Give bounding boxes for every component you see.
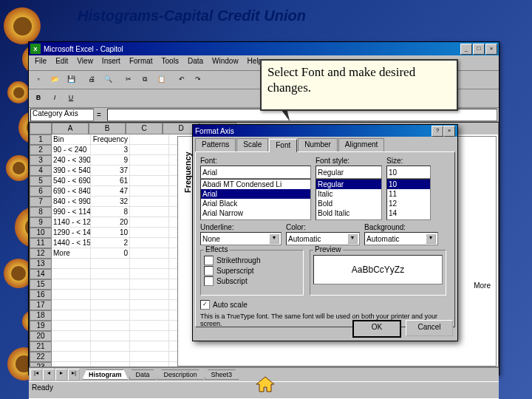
row-header[interactable]: 18 xyxy=(30,310,52,321)
menu-view[interactable]: View xyxy=(72,56,98,69)
row-header[interactable]: 22 xyxy=(30,352,52,362)
cancel-button[interactable]: Cancel xyxy=(406,320,453,336)
cell[interactable] xyxy=(130,259,169,269)
list-item[interactable]: 11 xyxy=(387,189,430,199)
cell[interactable]: 3 xyxy=(91,145,130,155)
font-input[interactable]: Arial xyxy=(200,166,311,179)
cell[interactable] xyxy=(130,248,169,259)
tab-patterns[interactable]: Patterns xyxy=(195,138,236,151)
col-A[interactable]: A xyxy=(52,123,89,134)
superscript-checkbox[interactable] xyxy=(204,266,214,276)
cell[interactable] xyxy=(91,300,130,310)
row-header[interactable]: 14 xyxy=(30,269,52,279)
print-icon[interactable]: 🖨 xyxy=(84,72,99,87)
style-input[interactable]: Regular xyxy=(316,166,382,179)
cell[interactable] xyxy=(91,321,130,331)
row-header[interactable]: 11 xyxy=(30,238,52,248)
cell[interactable] xyxy=(91,279,130,290)
color-combo[interactable]: Automatic▼ xyxy=(286,232,360,245)
maximize-button[interactable]: □ xyxy=(473,44,485,55)
size-input[interactable]: 10 xyxy=(386,166,431,179)
row-header[interactable]: 10 xyxy=(30,228,52,238)
subscript-checkbox[interactable] xyxy=(204,276,214,286)
cell[interactable] xyxy=(130,321,169,331)
tab-number[interactable]: Number xyxy=(298,138,338,151)
row-header[interactable]: 9 xyxy=(30,217,52,228)
underline-combo[interactable]: None▼ xyxy=(200,232,282,245)
row-header[interactable]: 23 xyxy=(30,362,52,367)
cell[interactable]: More xyxy=(52,248,91,259)
row-header[interactable]: 4 xyxy=(30,166,52,176)
strikethrough-checkbox[interactable] xyxy=(204,256,214,265)
row-header[interactable]: 13 xyxy=(30,259,52,269)
cell[interactable]: 20 xyxy=(91,217,130,228)
cell[interactable] xyxy=(130,197,169,207)
background-combo[interactable]: Automatic▼ xyxy=(364,232,438,245)
row-header[interactable]: 19 xyxy=(30,321,52,331)
cell[interactable] xyxy=(52,331,91,341)
cell[interactable] xyxy=(52,290,91,300)
name-box[interactable]: Category Axis xyxy=(30,109,94,121)
cell[interactable] xyxy=(130,362,169,367)
cut-icon[interactable]: ✂ xyxy=(121,72,136,87)
cell[interactable] xyxy=(52,362,91,367)
row-header[interactable]: 6 xyxy=(30,186,52,197)
list-item[interactable]: 14 xyxy=(387,208,430,218)
cell[interactable] xyxy=(130,228,169,238)
font-listbox[interactable]: Abadi MT Condensed Li Arial Arial Black … xyxy=(200,179,311,220)
cell[interactable] xyxy=(130,290,169,300)
select-all-corner[interactable] xyxy=(30,123,52,134)
list-item[interactable]: Bold Italic xyxy=(316,208,381,218)
cell[interactable] xyxy=(91,259,130,269)
cell[interactable] xyxy=(91,362,130,367)
cell[interactable] xyxy=(52,310,91,321)
row-header[interactable]: 17 xyxy=(30,300,52,310)
cell[interactable]: 840 - < 990 xyxy=(52,197,91,207)
row-header[interactable]: 5 xyxy=(30,176,52,186)
menu-file[interactable]: File xyxy=(30,56,51,69)
cell[interactable] xyxy=(130,186,169,197)
list-item[interactable]: Italic xyxy=(316,189,381,199)
new-icon[interactable]: ▫ xyxy=(31,72,46,87)
open-icon[interactable]: 📂 xyxy=(47,72,62,87)
cell[interactable] xyxy=(130,207,169,217)
cell[interactable]: Bin xyxy=(52,134,91,145)
cell[interactable] xyxy=(130,269,169,279)
cell[interactable]: 9 xyxy=(91,155,130,166)
row-header[interactable]: 21 xyxy=(30,341,52,352)
cell[interactable] xyxy=(91,331,130,341)
row-header[interactable]: 1 xyxy=(30,134,52,145)
row-header[interactable]: 20 xyxy=(30,331,52,341)
cell[interactable] xyxy=(52,259,91,269)
save-icon[interactable]: 💾 xyxy=(64,72,78,87)
cell[interactable] xyxy=(130,300,169,310)
cell[interactable] xyxy=(130,238,169,248)
cell[interactable]: 32 xyxy=(91,197,130,207)
cell[interactable]: 90 - < 240 xyxy=(52,145,91,155)
cell[interactable] xyxy=(52,300,91,310)
list-item[interactable]: Arial Black xyxy=(201,199,310,208)
cell[interactable]: 1290 - < 1440 xyxy=(52,228,91,238)
tab-last-icon[interactable]: ▸| xyxy=(68,369,80,381)
cell[interactable] xyxy=(130,217,169,228)
tab-font[interactable]: Font xyxy=(269,139,297,152)
size-listbox[interactable]: 10 11 12 14 xyxy=(386,179,431,220)
row-header[interactable]: 3 xyxy=(30,155,52,166)
cell[interactable] xyxy=(130,279,169,290)
undo-icon[interactable]: ↶ xyxy=(174,72,189,87)
list-item[interactable]: Arial xyxy=(201,189,310,199)
cell[interactable]: Frequency xyxy=(91,134,130,145)
tab-next-icon[interactable]: ▸ xyxy=(55,369,67,381)
dialog-help-button[interactable]: ? xyxy=(432,126,443,137)
cell[interactable]: 1440 - < 1590 xyxy=(52,238,91,248)
cell[interactable]: 37 xyxy=(91,166,130,176)
cell[interactable] xyxy=(91,269,130,279)
cell[interactable] xyxy=(91,352,130,362)
cell[interactable] xyxy=(130,145,169,155)
sheet-tab-sheet3[interactable]: Sheet3 xyxy=(205,369,239,380)
cell[interactable] xyxy=(52,269,91,279)
tab-prev-icon[interactable]: ◂ xyxy=(43,369,55,381)
list-item[interactable]: Bold xyxy=(316,199,381,208)
menu-insert[interactable]: Insert xyxy=(98,56,125,69)
list-item[interactable]: Abadi MT Condensed Li xyxy=(201,180,310,189)
